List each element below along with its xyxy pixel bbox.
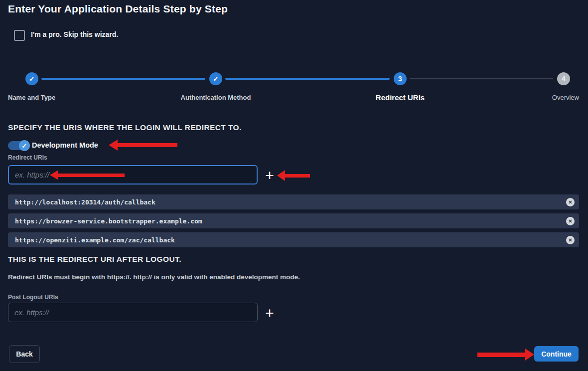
step-label-name-and-type: Name and Type (8, 94, 55, 101)
annotation-arrow-continue (477, 349, 534, 361)
check-icon: ✓ (29, 75, 35, 83)
add-post-logout-uri-button[interactable]: + (263, 306, 277, 320)
check-icon: ✓ (213, 75, 219, 83)
annotation-arrow-add-button (277, 170, 310, 181)
check-icon: ✓ (22, 142, 27, 150)
remove-uri-icon[interactable]: ✕ (566, 236, 575, 244)
post-logout-uri-input[interactable] (8, 303, 258, 322)
step-circle-authentication-method[interactable]: ✓ (209, 72, 222, 85)
step-connector-1 (41, 78, 205, 80)
redirect-uri-value: https://browzer-service.bootstrapper.exa… (8, 217, 202, 225)
redirect-uri-value: http://localhost:20314/auth/callback (8, 198, 155, 206)
remove-uri-icon[interactable]: ✕ (566, 198, 575, 206)
step-circle-overview[interactable]: 4 (557, 72, 570, 85)
redirect-uri-chip: http://localhost:20314/auth/callback ✕ (8, 194, 579, 209)
skip-wizard-label: I'm a pro. Skip this wizard. (31, 30, 118, 38)
redirect-uri-input[interactable] (8, 165, 258, 185)
step-circle-name-and-type[interactable]: ✓ (25, 72, 38, 85)
toggle-knob: ✓ (19, 140, 30, 151)
continue-button[interactable]: Continue (534, 346, 579, 362)
annotation-arrow-dev-mode (109, 140, 177, 151)
logout-section-heading: THIS IS THE REDIRECT URI AFTER LOGOUT. (8, 255, 181, 264)
redirect-uri-chip: https://browzer-service.bootstrapper.exa… (8, 213, 579, 228)
development-mode-toggle[interactable]: ✓ (8, 139, 31, 152)
redirect-uris-field-label: Redirect URIs (8, 154, 47, 161)
page-title: Enter Your Application Details Step by S… (8, 3, 228, 15)
redirect-section-heading: SPECIFY THE URIS WHERE THE LOGIN WILL RE… (8, 123, 242, 132)
redirect-uri-value: https://openziti.example.com/zac/callbac… (8, 236, 175, 244)
redirect-uri-chip: https://openziti.example.com/zac/callbac… (8, 232, 579, 247)
step-circle-redirect-uris[interactable]: 3 (394, 72, 407, 85)
step-label-overview: Overview (552, 94, 579, 101)
add-redirect-uri-button[interactable]: + (263, 169, 277, 183)
development-mode-label: Development Mode (32, 141, 98, 149)
step-number: 4 (562, 75, 566, 83)
post-logout-uris-field-label: Post Logout URIs (8, 294, 58, 301)
uri-requirements-note: Redirect URIs must begin with https://. … (8, 273, 300, 281)
back-button[interactable]: Back (9, 345, 40, 363)
step-label-authentication-method: Authentication Method (181, 94, 251, 101)
remove-uri-icon[interactable]: ✕ (566, 217, 575, 225)
step-connector-3 (410, 78, 553, 79)
step-label-redirect-uris: Redirect URIs (376, 93, 425, 102)
step-connector-2 (225, 78, 390, 80)
step-number: 3 (398, 75, 402, 83)
skip-wizard-checkbox[interactable] (14, 30, 25, 41)
